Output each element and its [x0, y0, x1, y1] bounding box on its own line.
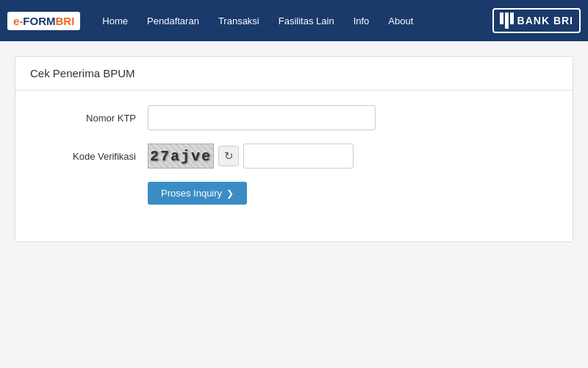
captcha-text: 27ajve — [150, 148, 212, 165]
nomor-ktp-label: Nomor KTP — [45, 113, 148, 124]
captcha-input[interactable] — [243, 144, 354, 169]
bank-bri-logo: BANK BRI — [492, 8, 581, 33]
refresh-icon: ↻ — [224, 149, 234, 163]
kode-verifikasi-label: Kode Verifikasi — [45, 151, 148, 162]
nav-transaksi[interactable]: Transaksi — [211, 11, 267, 31]
captcha-row: 27ajve ↻ — [148, 144, 354, 169]
nav-fasilitas-lain[interactable]: Fasilitas Lain — [271, 11, 342, 31]
nav-home[interactable]: Home — [95, 11, 135, 31]
form-area: Nomor KTP Kode Verifikasi 27ajve ↻ Prose… — [15, 91, 573, 219]
nomor-ktp-row: Nomor KTP — [45, 105, 543, 130]
captcha-image: 27ajve — [148, 144, 214, 169]
brand-logo[interactable]: e-FORMBRI — [7, 12, 80, 30]
brand-e: e- — [13, 15, 23, 27]
nomor-ktp-input[interactable] — [148, 105, 376, 130]
brand-bri: BRI — [56, 15, 75, 27]
proses-inquiry-button[interactable]: Proses Inquiry ❯ — [148, 182, 247, 205]
nav-about[interactable]: About — [381, 11, 420, 31]
btn-inquiry-label: Proses Inquiry — [161, 188, 222, 199]
nav-info[interactable]: Info — [346, 11, 377, 31]
navbar: e-FORMBRI Home Pendaftaran Transaksi Fas… — [0, 0, 588, 41]
page-title: Cek Penerima BPUM — [15, 57, 573, 91]
kode-verifikasi-row: Kode Verifikasi 27ajve ↻ — [45, 144, 543, 169]
captcha-refresh-button[interactable]: ↻ — [218, 146, 239, 166]
main-content: Cek Penerima BPUM Nomor KTP Kode Verifik… — [15, 56, 573, 242]
chevron-right-icon: ❯ — [226, 188, 234, 199]
nav-links: Home Pendaftaran Transaksi Fasilitas Lai… — [95, 11, 492, 31]
brand-form: FORM — [23, 15, 55, 27]
brand-box: e-FORMBRI — [7, 12, 80, 30]
nav-pendaftaran[interactable]: Pendaftaran — [140, 11, 207, 31]
bri-bars-icon — [500, 13, 514, 29]
bank-bri-text: BANK BRI — [517, 15, 573, 26]
